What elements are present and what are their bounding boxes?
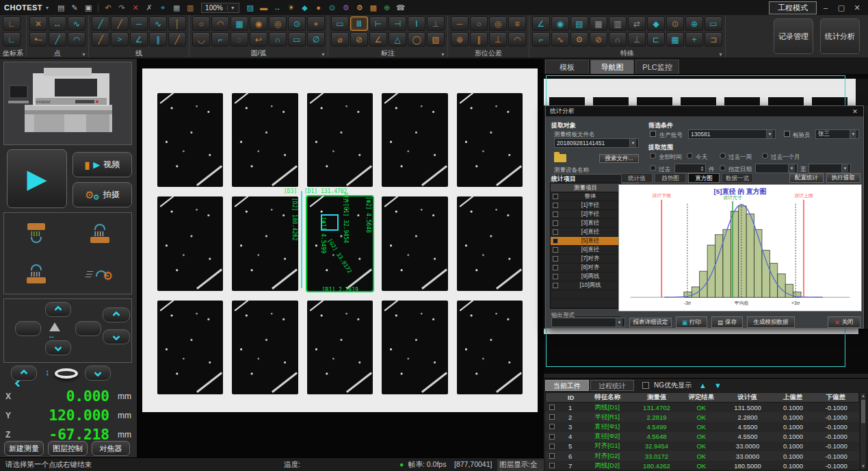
view-tab-趋势图[interactable]: 趋势图: [655, 173, 686, 183]
phone-icon[interactable]: ☎: [395, 2, 407, 13]
dim-lines-icon[interactable]: Ⅲ: [350, 16, 368, 31]
special-tree-icon[interactable]: ⇄: [628, 16, 646, 31]
locate-pin-icon[interactable]: ⌖: [307, 16, 325, 31]
line-chain-icon[interactable]: │: [168, 16, 186, 31]
snap-icon[interactable]: ⌖: [157, 2, 169, 13]
point-profile-icon[interactable]: ∿: [68, 16, 86, 31]
item-checkbox[interactable]: [553, 194, 558, 199]
measurement-item[interactable]: [3]直径: [551, 219, 620, 228]
navigation-map[interactable]: [544, 74, 868, 105]
jog-left-button[interactable]: [15, 321, 41, 336]
template-file-combo[interactable]: 201809281141451▼: [554, 138, 639, 148]
special-spring-icon[interactable]: ∿: [551, 32, 569, 47]
print-button[interactable]: ▣ 打印: [676, 316, 707, 328]
item-checkbox[interactable]: [553, 203, 558, 208]
special-cross-icon[interactable]: +: [685, 32, 703, 47]
group-dropdown-icon[interactable]: ▼: [718, 52, 723, 57]
view-tab-数据一览[interactable]: 数据一览: [722, 173, 753, 183]
circle-icon[interactable]: ○: [192, 16, 210, 31]
arc-icon[interactable]: ◡: [192, 32, 210, 47]
view-tab-统计值[interactable]: 统计值: [621, 173, 653, 183]
dim-area-icon[interactable]: ▨: [427, 32, 445, 47]
line-bisector-icon[interactable]: ∠: [130, 32, 148, 47]
tab-current-workpiece[interactable]: 当前工件: [545, 380, 589, 391]
point-intersection-icon[interactable]: ✕: [29, 16, 47, 31]
tol-perpendicularity-icon[interactable]: ⊥: [489, 32, 507, 47]
line-angle-icon[interactable]: ＞: [111, 32, 129, 47]
effect-icon[interactable]: ◆: [299, 2, 311, 13]
point-distance-icon[interactable]: ↔: [49, 16, 66, 31]
tol-profile-icon[interactable]: ◠: [508, 32, 526, 47]
stage-light-icon[interactable]: ▬: [258, 2, 270, 13]
save-icon[interactable]: ▤: [55, 2, 67, 13]
move-up-icon[interactable]: ▲: [699, 381, 707, 390]
table-row[interactable]: 4直径[Φ2]4.5648OK4.55000.1000-0.1000: [545, 432, 859, 442]
row-checkbox[interactable]: [549, 424, 555, 429]
tol-position-icon[interactable]: ⊕: [451, 32, 469, 47]
slot-icon[interactable]: ▭: [288, 32, 306, 47]
special-gearbox-icon[interactable]: ⚙: [570, 32, 588, 47]
group-dropdown-icon[interactable]: ▼: [81, 52, 86, 57]
image-icon[interactable]: ▨: [244, 2, 257, 13]
item-checkbox[interactable]: [553, 238, 558, 244]
view-tab-直方图[interactable]: 直方图: [688, 173, 720, 183]
special-gate-icon[interactable]: ▥: [609, 16, 627, 31]
line-profile-icon[interactable]: ∿: [149, 16, 167, 31]
timer-icon[interactable]: ⊙: [326, 2, 339, 13]
measurement-item[interactable]: [2]半径: [551, 210, 620, 219]
batch-checkbox[interactable]: [650, 131, 656, 137]
z-down-button[interactable]: [103, 329, 130, 344]
run-measurement-button[interactable]: ▶: [7, 149, 67, 208]
measurement-item[interactable]: [6]直径: [551, 246, 620, 255]
circle-ring-icon[interactable]: ◎: [269, 16, 287, 31]
row-checkbox[interactable]: [549, 453, 555, 459]
tol-roundness-icon[interactable]: ○: [470, 16, 488, 31]
group-dropdown-icon[interactable]: ▼: [440, 52, 445, 57]
row-checkbox[interactable]: [549, 434, 555, 440]
special-keypad-icon[interactable]: ▦: [666, 32, 684, 47]
measurement-item[interactable]: [5]直径: [551, 237, 620, 246]
special-cam-icon[interactable]: ⊙: [666, 16, 684, 31]
dialog-close-icon[interactable]: ✕: [851, 108, 859, 115]
close-button[interactable]: ✕: [850, 3, 864, 12]
jog-down-button[interactable]: [45, 340, 71, 355]
configure-statistics-button[interactable]: 配置统计: [789, 173, 824, 183]
tol-straightness-icon[interactable]: ─: [451, 16, 469, 31]
row-checkbox[interactable]: [549, 444, 555, 449]
line-icon[interactable]: ╱: [92, 16, 109, 31]
date-from-combo[interactable]: ▼: [755, 164, 798, 173]
z-up-button[interactable]: [103, 307, 130, 322]
dim-ruler-icon[interactable]: ▭: [331, 16, 349, 31]
results-scrollbar[interactable]: ▲▼: [860, 392, 867, 470]
zoom-caret-icon[interactable]: ▼: [227, 5, 235, 10]
special-target-icon[interactable]: ⊕: [685, 16, 703, 31]
record-management-button[interactable]: 记录管理: [774, 18, 813, 54]
special-teeth-icon[interactable]: ∩: [609, 32, 627, 47]
settings-gear-icon[interactable]: ⚙: [354, 2, 366, 13]
minimize-button[interactable]: –: [819, 3, 832, 12]
dialog-close-button[interactable]: ✕ 关闭: [828, 316, 860, 328]
dim-diameter2-icon[interactable]: ⊘: [350, 32, 368, 47]
focuser-button[interactable]: 对焦器: [92, 441, 130, 456]
line-two-point-icon[interactable]: ╱: [111, 16, 129, 31]
execute-extract-button[interactable]: 执行提取: [826, 173, 860, 183]
row-checkbox[interactable]: [549, 463, 555, 468]
ring-light-up-button[interactable]: [11, 366, 37, 381]
range-date-radio[interactable]: [720, 165, 726, 171]
output-format-combo[interactable]: ▼: [551, 318, 625, 327]
dim-angle-icon[interactable]: ∠: [369, 32, 387, 47]
app-menu-caret-icon[interactable]: ▾: [46, 5, 49, 11]
coaxial-light-button[interactable]: ||||: [27, 264, 46, 283]
row-checkbox[interactable]: [549, 414, 555, 420]
range-all-radio[interactable]: [650, 153, 656, 159]
point-arc-icon[interactable]: ◠: [68, 32, 86, 47]
row-checkbox[interactable]: [549, 405, 555, 410]
inspector-checkbox[interactable]: [784, 131, 790, 137]
arch-icon[interactable]: ∩: [269, 32, 287, 47]
range-month-radio[interactable]: [762, 153, 768, 159]
globe-icon[interactable]: ⊕: [381, 2, 393, 13]
jog-right-button[interactable]: [75, 321, 101, 336]
circle-center-icon[interactable]: ◉: [250, 16, 267, 31]
ng-priority-checkbox[interactable]: [642, 382, 649, 389]
dim-caliper-icon[interactable]: ⊢: [369, 16, 387, 31]
